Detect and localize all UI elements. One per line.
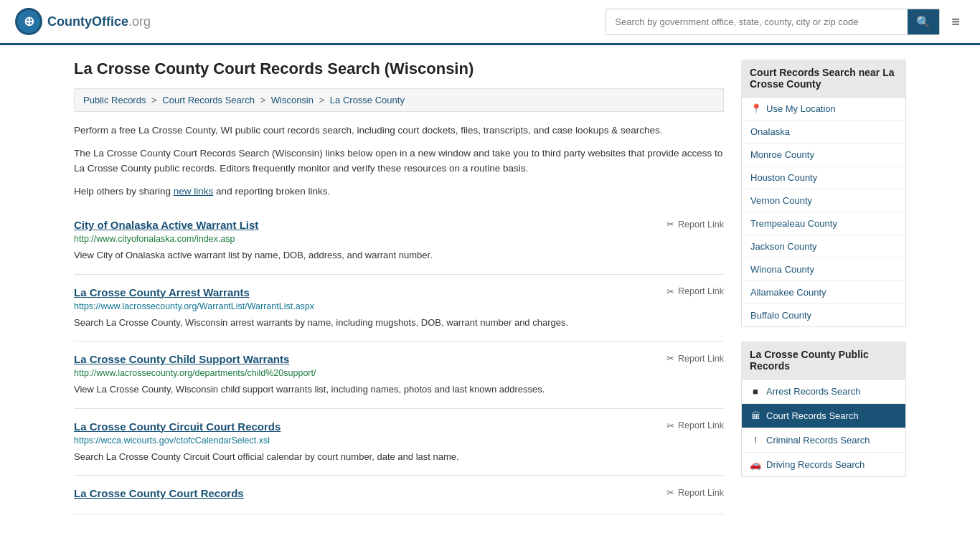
sidebar-item-vernon[interactable]: Vernon County — [742, 189, 905, 212]
breadcrumb-link-wisconsin[interactable]: Wisconsin — [271, 95, 314, 105]
use-my-location-item[interactable]: 📍 Use My Location — [742, 98, 905, 121]
location-icon: 📍 — [750, 103, 762, 114]
report-icon-0: ✂ — [666, 219, 674, 230]
result-title[interactable]: La Crosse County Circuit Court Records — [74, 420, 281, 433]
arrest-icon: ■ — [750, 387, 760, 397]
report-link-4[interactable]: ✂ Report Link — [666, 487, 724, 498]
logo-area: ⊕ CountyOffice.org — [14, 7, 151, 36]
result-item: La Crosse County Court Records ✂ Report … — [74, 476, 724, 514]
report-link-3[interactable]: ✂ Report Link — [666, 420, 724, 431]
header-right: 🔍 ≡ — [606, 9, 966, 35]
logo-icon: ⊕ — [14, 7, 43, 36]
result-url-2[interactable]: http://www.lacrossecounty.org/department… — [74, 368, 724, 378]
result-item: City of Onalaska Active Warrant List ✂ R… — [74, 207, 724, 275]
result-desc-1: Search La Crosse County, Wisconsin arres… — [74, 316, 724, 330]
results-list: City of Onalaska Active Warrant List ✂ R… — [74, 207, 724, 514]
nearby-list: 📍 Use My Location Onalaska Monroe County… — [741, 97, 906, 327]
main-content: La Crosse County Court Records Search (W… — [74, 60, 724, 514]
sidebar-item-onalaska[interactable]: Onalaska — [742, 121, 905, 143]
page-title: La Crosse County Court Records Search (W… — [74, 60, 724, 78]
report-icon-4: ✂ — [666, 487, 674, 498]
breadcrumb-link-la-crosse[interactable]: La Crosse County — [330, 95, 405, 105]
report-link-1[interactable]: ✂ Report Link — [666, 286, 724, 297]
public-records-driving[interactable]: 🚗 Driving Records Search — [742, 453, 905, 476]
description-1: Perform a free La Crosse County, WI publ… — [74, 123, 724, 138]
result-header: City of Onalaska Active Warrant List ✂ R… — [74, 219, 724, 231]
result-url-1[interactable]: https://www.lacrossecounty.org/WarrantLi… — [74, 301, 724, 311]
result-item: La Crosse County Child Support Warrants … — [74, 342, 724, 409]
report-link-2[interactable]: ✂ Report Link — [666, 353, 724, 364]
result-header: La Crosse County Arrest Warrants ✂ Repor… — [74, 286, 724, 298]
sidebar: Court Records Search near La Crosse Coun… — [741, 60, 906, 514]
search-input[interactable] — [606, 11, 908, 33]
search-bar: 🔍 — [606, 9, 940, 35]
report-icon-3: ✂ — [666, 420, 674, 431]
result-url-0[interactable]: http://www.cityofonalaska.com/index.asp — [74, 234, 724, 244]
sidebar-item-houston[interactable]: Houston County — [742, 166, 905, 189]
public-records-arrest[interactable]: ■ Arrest Records Search — [742, 380, 905, 404]
public-records-criminal[interactable]: ! Criminal Records Search — [742, 428, 905, 453]
breadcrumb-link-public-records[interactable]: Public Records — [83, 95, 146, 105]
content-wrapper: La Crosse County Court Records Search (W… — [60, 45, 920, 529]
sidebar-item-trempealeau[interactable]: Trempealeau County — [742, 212, 905, 235]
result-title[interactable]: La Crosse County Arrest Warrants — [74, 286, 250, 298]
breadcrumb-sep-2: > — [260, 95, 268, 105]
breadcrumb-sep-3: > — [319, 95, 327, 105]
result-title[interactable]: La Crosse County Child Support Warrants — [74, 353, 289, 365]
new-links-link[interactable]: new links — [174, 186, 214, 197]
sidebar-item-jackson[interactable]: Jackson County — [742, 235, 905, 258]
result-header: La Crosse County Court Records ✂ Report … — [74, 487, 724, 499]
description-2: The La Crosse County Court Records Searc… — [74, 146, 724, 176]
result-desc-0: View City of Onalaska active warrant lis… — [74, 248, 724, 263]
result-item: La Crosse County Circuit Court Records ✂… — [74, 409, 724, 476]
result-url-3[interactable]: https://wcca.wicourts.gov/ctofcCalendarS… — [74, 435, 724, 446]
use-location-link[interactable]: Use My Location — [766, 103, 836, 114]
sidebar-item-allamakee[interactable]: Allamakee County — [742, 281, 905, 304]
public-records-court[interactable]: 🏛 Court Records Search — [742, 404, 905, 428]
search-icon: 🔍 — [916, 16, 930, 28]
result-item: La Crosse County Arrest Warrants ✂ Repor… — [74, 275, 724, 342]
search-button[interactable]: 🔍 — [908, 9, 939, 34]
sidebar-item-monroe[interactable]: Monroe County — [742, 143, 905, 166]
hamburger-icon: ≡ — [951, 14, 960, 29]
sidebar-item-winona[interactable]: Winona County — [742, 258, 905, 281]
result-desc-3: Search La Crosse County Circuit Court of… — [74, 450, 724, 464]
nearby-header: Court Records Search near La Crosse Coun… — [741, 60, 906, 97]
sidebar-item-buffalo[interactable]: Buffalo County — [742, 304, 905, 326]
public-records-header: La Crosse County Public Records — [741, 342, 906, 379]
desc3-suffix: and reporting broken links. — [213, 186, 330, 197]
report-icon-1: ✂ — [666, 286, 674, 297]
report-link-0[interactable]: ✂ Report Link — [666, 219, 724, 230]
report-icon-2: ✂ — [666, 353, 674, 364]
result-desc-2: View La Crosse County, Wisconsin child s… — [74, 382, 724, 397]
desc3-prefix: Help others by sharing — [74, 186, 174, 197]
breadcrumb-sep-1: > — [151, 95, 159, 105]
breadcrumb-link-court-records[interactable]: Court Records Search — [162, 95, 255, 105]
result-title[interactable]: City of Onalaska Active Warrant List — [74, 219, 258, 231]
breadcrumb: Public Records > Court Records Search > … — [74, 88, 724, 112]
result-header: La Crosse County Circuit Court Records ✂… — [74, 420, 724, 433]
driving-icon: 🚗 — [750, 460, 760, 470]
menu-button[interactable]: ≡ — [946, 11, 966, 33]
description-3: Help others by sharing new links and rep… — [74, 184, 724, 199]
logo-text: CountyOffice.org — [47, 14, 151, 29]
public-records-list: ■ Arrest Records Search 🏛 Court Records … — [741, 379, 906, 477]
result-header: La Crosse County Child Support Warrants … — [74, 353, 724, 365]
criminal-icon: ! — [750, 435, 760, 446]
header: ⊕ CountyOffice.org 🔍 ≡ — [0, 0, 980, 45]
svg-text:⊕: ⊕ — [24, 14, 34, 29]
court-icon: 🏛 — [750, 411, 760, 421]
result-title[interactable]: La Crosse County Court Records — [74, 487, 244, 499]
